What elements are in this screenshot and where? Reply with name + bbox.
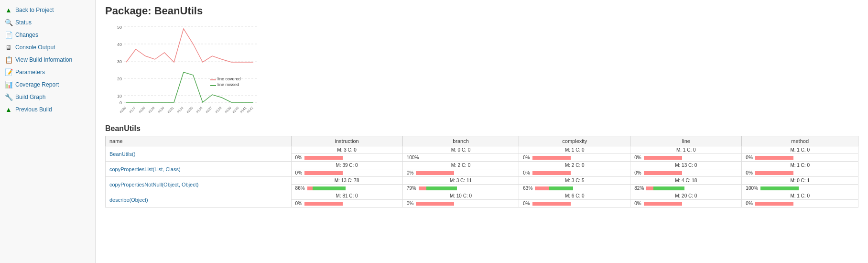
row-name-cell: BeanUtils() [106, 146, 292, 162]
pct-label: 0% [634, 155, 641, 160]
bar-cell-method: 0% [742, 154, 858, 162]
bar-container [304, 171, 343, 175]
col-header-line: line [630, 136, 742, 146]
sidebar-item-back-to-project[interactable]: ▲ Back to Project [0, 4, 95, 16]
bar-green [653, 186, 685, 190]
svg-text:#142: #142 [246, 106, 254, 114]
method-link[interactable]: copyPropertiesNotNull(Object, Object) [109, 182, 198, 187]
bar-red [755, 171, 793, 175]
bar-red [419, 186, 427, 190]
svg-text:20: 20 [117, 77, 122, 81]
top-cell-branch: M: 2 C: 0 [402, 162, 519, 169]
cell-counts: M: 3 C: 0 [295, 147, 399, 153]
top-cell-instruction: M: 81 C: 0 [291, 192, 402, 200]
bar-red [644, 171, 682, 175]
sidebar-item-build-graph[interactable]: 🔧 Build Graph [0, 91, 95, 103]
bar-red [755, 156, 793, 160]
section-title: BeanUtils [105, 124, 858, 133]
bar-container [646, 186, 684, 190]
method-link[interactable]: BeanUtils() [109, 151, 135, 157]
bar-cell-line: 0% [630, 154, 742, 162]
bar-cell-method: 100% [742, 185, 858, 192]
sidebar-item-previous-build[interactable]: ▲ Previous Build [0, 103, 95, 116]
top-cell-method: M: 1 C: 0 [742, 192, 858, 200]
sidebar-label: Coverage Report [15, 81, 59, 88]
sidebar-label: Changes [15, 32, 38, 38]
bar-container [755, 156, 793, 160]
pct-label: 0% [523, 170, 530, 175]
prev-build-icon: ▲ [5, 106, 12, 113]
coverage-icon: 📊 [5, 81, 12, 88]
pct-label: 0% [746, 155, 752, 160]
bar-cell-complexity: 0% [519, 154, 630, 162]
row-name-cell: copyPropertiesList(List, Class) [106, 162, 292, 177]
top-cell-instruction: M: 3 C: 0 [291, 146, 402, 154]
svg-text:#129: #129 [148, 106, 155, 114]
bar-green [549, 186, 573, 190]
cell-counts: M: 2 C: 0 [523, 163, 626, 168]
col-header-method: method [742, 136, 858, 146]
build-info-icon: 📋 [5, 56, 12, 64]
bar-cell-line: 82% [630, 185, 742, 192]
sidebar: ▲ Back to Project 🔍 Status 📄 Changes 🖥 C… [0, 0, 96, 263]
svg-text:#140: #140 [232, 106, 239, 114]
col-header-branch: branch [402, 136, 519, 146]
pct-label: 0% [634, 170, 641, 175]
page-title: Package: BeanUtils [105, 5, 858, 17]
svg-text:#128: #128 [138, 106, 146, 114]
bar-cell-instruction: 0% [291, 154, 402, 162]
top-cell-line: M: 20 C: 0 [630, 192, 742, 200]
bar-cell-instruction: 0% [291, 169, 402, 177]
svg-text:#130: #130 [157, 106, 165, 114]
bar-cell-method: 0% [742, 169, 858, 177]
svg-text:30: 30 [117, 59, 122, 64]
sidebar-item-parameters[interactable]: 📝 Parameters [0, 66, 95, 78]
bar-container [304, 202, 343, 206]
method-link[interactable]: copyPropertiesList(List, Class) [109, 166, 181, 172]
table-header-row: name instruction branch complexity line … [106, 136, 858, 146]
top-cell-branch: M: 3 C: 11 [402, 177, 519, 185]
svg-text:#126: #126 [119, 106, 127, 114]
bar-red [304, 202, 343, 206]
bar-green [313, 186, 346, 190]
bar-container [532, 202, 571, 206]
top-cell-complexity: M: 1 C: 0 [519, 146, 630, 154]
coverage-table: name instruction branch complexity line … [105, 136, 858, 208]
bar-green [426, 186, 456, 190]
cell-counts: M: 0 C: 0 [407, 147, 515, 153]
bar-red [755, 202, 793, 206]
bar-container [760, 186, 799, 190]
sidebar-item-console-output[interactable]: 🖥 Console Output [0, 41, 95, 54]
bar-red [532, 202, 571, 206]
pct-label: 100% [407, 155, 419, 160]
bar-cell-complexity: 63% [519, 185, 630, 192]
pct-label: 0% [746, 170, 752, 175]
cell-counts: M: 13 C: 0 [634, 163, 738, 168]
sidebar-item-view-build-info[interactable]: 📋 View Build Information [0, 54, 95, 66]
svg-text:#137: #137 [205, 106, 213, 114]
sidebar-item-status[interactable]: 🔍 Status [0, 16, 95, 29]
svg-text:#141: #141 [239, 106, 247, 114]
sidebar-item-coverage-report[interactable]: 📊 Coverage Report [0, 78, 95, 91]
cell-counts: M: 10 C: 0 [407, 193, 515, 198]
cell-counts: M: 81 C: 0 [295, 193, 399, 198]
bar-red [644, 202, 682, 206]
pct-label: 0% [523, 201, 530, 206]
sidebar-label: Status [15, 19, 32, 26]
table-row: copyPropertiesNotNull(Object, Object)M: … [106, 177, 858, 185]
bar-cell-method: 0% [742, 200, 858, 208]
sidebar-item-changes[interactable]: 📄 Changes [0, 29, 95, 41]
bar-container [644, 171, 682, 175]
col-header-name: name [106, 136, 292, 146]
bar-cell-branch: 100% [402, 154, 519, 162]
top-cell-complexity: M: 3 C: 5 [519, 177, 630, 185]
method-link[interactable]: describe(Object) [109, 197, 148, 203]
bar-container [307, 186, 346, 190]
bar-cell-branch: 0% [402, 169, 519, 177]
bar-cell-line: 0% [630, 169, 742, 177]
top-cell-line: M: 1 C: 0 [630, 146, 742, 154]
table-row: BeanUtils()M: 3 C: 0M: 0 C: 0M: 1 C: 0M:… [106, 146, 858, 154]
coverage-chart: 50 40 30 20 10 0 line covered line misse… [105, 22, 277, 118]
top-cell-complexity: M: 6 C: 0 [519, 192, 630, 200]
svg-text:line covered: line covered [217, 77, 241, 81]
